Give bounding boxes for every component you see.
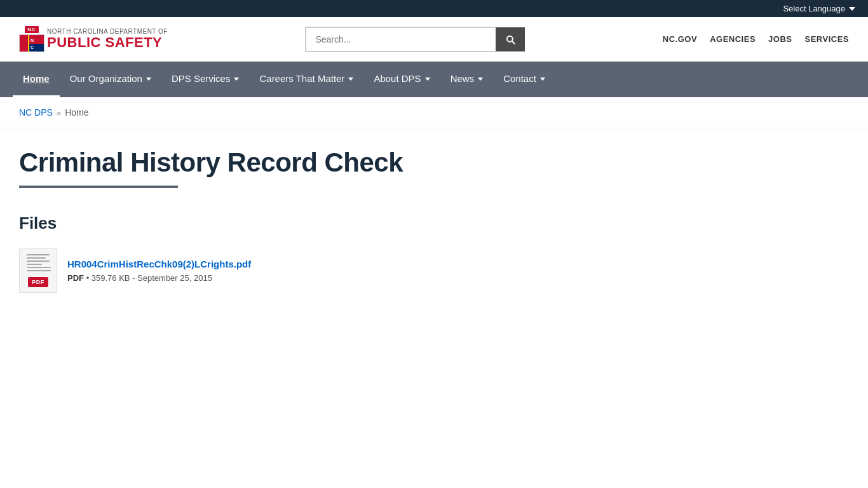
header-nav: NC.GOV AGENCIES JOBS SERVICES xyxy=(663,34,849,44)
file-details: HR004CrimHistRecChk09(2)LCrights.pdf PDF… xyxy=(67,259,251,283)
chevron-down-icon xyxy=(348,78,353,81)
svg-rect-1 xyxy=(20,35,28,52)
file-item: PDF HR004CrimHistRecChk09(2)LCrights.pdf… xyxy=(19,248,553,293)
nav-item-about-dps[interactable]: About DPS xyxy=(363,62,440,97)
page-title: Criminal History Record Check xyxy=(19,147,553,178)
nc-flag: N C xyxy=(19,34,44,52)
file-size: • 359.76 KB - xyxy=(86,273,137,283)
nav-link-jobs[interactable]: JOBS xyxy=(768,34,792,44)
page-content: Criminal History Record Check Files PDF … xyxy=(0,128,572,331)
svg-rect-2 xyxy=(28,35,29,52)
nav-link-ncgov[interactable]: NC.GOV xyxy=(663,34,697,44)
file-type: PDF xyxy=(67,273,84,283)
language-label: Select Language xyxy=(783,4,845,13)
nav-item-contact[interactable]: Contact xyxy=(493,62,555,97)
file-type-badge: PDF xyxy=(28,277,48,287)
chevron-down-icon xyxy=(478,78,483,81)
breadcrumb: NC DPS » Home xyxy=(0,97,868,128)
chevron-down-icon xyxy=(540,78,545,81)
file-link[interactable]: HR004CrimHistRecChk09(2)LCrights.pdf xyxy=(67,259,251,269)
nav-item-news[interactable]: News xyxy=(440,62,494,97)
breadcrumb-separator: » xyxy=(57,108,61,118)
title-underline xyxy=(19,186,178,188)
chevron-down-icon xyxy=(234,78,239,81)
breadcrumb-home: Home xyxy=(65,107,88,118)
nav-item-home[interactable]: Home xyxy=(13,62,60,97)
files-heading: Files xyxy=(19,214,553,233)
search-area xyxy=(305,27,525,52)
nav-item-careers[interactable]: Careers That Matter xyxy=(249,62,363,97)
svg-text:C: C xyxy=(31,45,34,50)
search-input[interactable] xyxy=(305,27,496,52)
org-title: PUBLIC SAFETY xyxy=(47,35,168,50)
svg-text:N: N xyxy=(31,38,34,43)
nav-link-services[interactable]: SERVICES xyxy=(804,34,849,44)
chevron-down-icon xyxy=(146,78,151,81)
breadcrumb-ncdps[interactable]: NC DPS xyxy=(19,107,53,118)
file-date: September 25, 2015 xyxy=(137,273,212,283)
search-button[interactable] xyxy=(496,27,525,51)
main-nav: Home Our Organization DPS Services Caree… xyxy=(0,62,868,97)
logo-text: NORTH CAROLINA DEPARTMENT OF PUBLIC SAFE… xyxy=(47,28,168,50)
nav-item-our-organization[interactable]: Our Organization xyxy=(60,62,161,97)
top-bar: Select Language xyxy=(0,0,868,17)
language-arrow xyxy=(849,7,855,11)
header: NC N C NORTH CAROLINA DEPARTMENT OF xyxy=(0,17,868,62)
file-icon-lines xyxy=(27,254,51,273)
logo-area: NC N C NORTH CAROLINA DEPARTMENT OF xyxy=(19,26,168,52)
nc-badge: NC xyxy=(25,26,39,33)
nav-item-dps-services[interactable]: DPS Services xyxy=(161,62,250,97)
file-meta: PDF • 359.76 KB - September 25, 2015 xyxy=(67,273,251,283)
chevron-down-icon xyxy=(425,78,430,81)
nav-link-agencies[interactable]: AGENCIES xyxy=(710,34,756,44)
search-icon xyxy=(505,34,516,45)
language-selector[interactable]: Select Language xyxy=(783,4,855,13)
file-icon: PDF xyxy=(19,248,57,293)
